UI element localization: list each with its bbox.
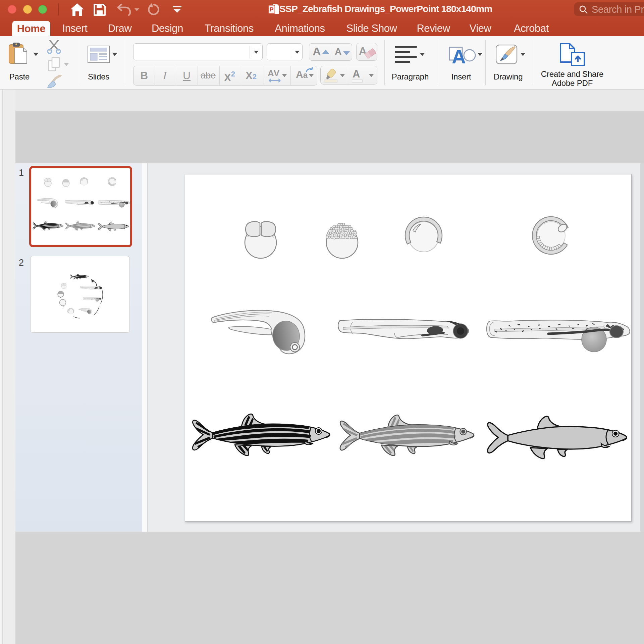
svg-text:A: A xyxy=(452,46,466,65)
svg-text:P: P xyxy=(270,6,273,13)
